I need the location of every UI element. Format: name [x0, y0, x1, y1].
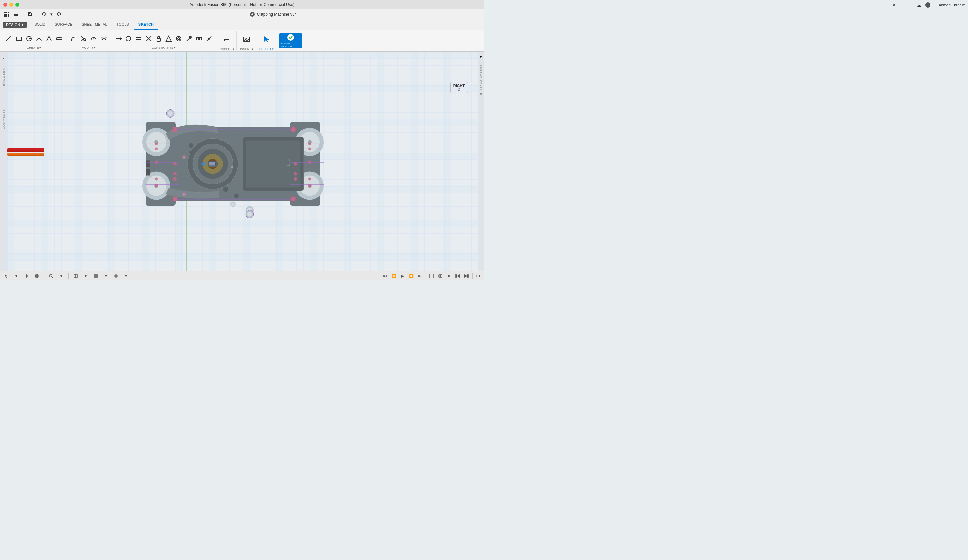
- polygon-tool[interactable]: [45, 34, 54, 43]
- svg-rect-88: [146, 162, 179, 162]
- comments-label: COMMENTS: [2, 109, 5, 129]
- svg-text:⌀: ⌀: [231, 165, 233, 168]
- dropdown-select-button[interactable]: ▾: [13, 272, 20, 280]
- svg-point-117: [247, 212, 252, 217]
- timeline-start-button[interactable]: ⏮: [381, 272, 389, 280]
- svg-point-18: [83, 38, 85, 40]
- browser-label: BROWSER: [2, 68, 5, 86]
- svg-rect-87: [146, 149, 179, 149]
- toolbar-area: ▾ Clapping Machine v3* ✕ + ☁ 1 Ahmed Ebr…: [0, 10, 484, 30]
- browser-toggle[interactable]: ◂: [0, 52, 7, 65]
- parallel-constraint[interactable]: [134, 34, 143, 43]
- svg-rect-4: [6, 14, 7, 15]
- horizontal-constraint[interactable]: [114, 34, 123, 43]
- step-back-button[interactable]: [454, 272, 461, 280]
- circle-constraint[interactable]: [124, 34, 133, 43]
- capture-button[interactable]: [437, 272, 444, 280]
- display-mode-button[interactable]: [72, 272, 79, 280]
- coincident-constraint[interactable]: [184, 34, 194, 43]
- svg-rect-27: [157, 38, 160, 41]
- select-group: SELECT ▾: [257, 31, 276, 50]
- svg-point-113: [182, 192, 186, 196]
- tab-bar: DESIGN ▾ SOLID SURFACE SHEET METAL TOOLS…: [0, 20, 484, 30]
- trim-tool[interactable]: [79, 34, 88, 43]
- timeline-next-button[interactable]: ⏩: [407, 272, 415, 280]
- tab-solid[interactable]: SOLID: [30, 20, 50, 30]
- perpendicular-constraint[interactable]: [144, 34, 153, 43]
- tab-sketch[interactable]: SKETCH: [134, 20, 158, 30]
- insert-image-button[interactable]: [239, 32, 254, 47]
- zoom-dropdown-button[interactable]: ▾: [58, 272, 65, 280]
- timeline-prev-button[interactable]: ⏪: [390, 272, 397, 280]
- tangent-constraint[interactable]: [164, 34, 174, 43]
- grid-icon-button[interactable]: [3, 10, 11, 18]
- create-label: CREATE: [27, 46, 39, 50]
- svg-point-77: [223, 186, 228, 192]
- visual-dropdown-button[interactable]: ▾: [102, 272, 109, 280]
- project-icon: [250, 12, 255, 17]
- grid-button[interactable]: [112, 272, 120, 280]
- tab-sheet-metal[interactable]: SHEET METAL: [77, 20, 111, 30]
- hamburger-menu-button[interactable]: [12, 10, 20, 18]
- minimize-button[interactable]: [9, 3, 13, 7]
- sketch-palette-toggle[interactable]: ▸: [479, 52, 484, 62]
- orbit-button[interactable]: [33, 272, 40, 280]
- canvas[interactable]: ⌀: [7, 52, 478, 271]
- circle-tool[interactable]: [24, 34, 34, 43]
- svg-point-22: [126, 36, 131, 41]
- fillet-tool[interactable]: [69, 34, 78, 43]
- redo-button[interactable]: [55, 10, 63, 18]
- settings-button[interactable]: ⚙: [475, 273, 481, 279]
- rectangle-tool[interactable]: [14, 34, 23, 43]
- offset-tool[interactable]: [89, 34, 98, 43]
- modify-group: MODIFY ▾: [67, 31, 111, 50]
- mirror-tool[interactable]: [99, 34, 109, 43]
- timeline-end-button[interactable]: ⏭: [416, 272, 423, 280]
- inspect-group: INSPECT ▾: [217, 31, 237, 50]
- step-forward-button[interactable]: [463, 272, 470, 280]
- lock-constraint[interactable]: [154, 34, 163, 43]
- svg-rect-125: [94, 274, 98, 278]
- svg-rect-67: [211, 162, 213, 166]
- window-title: Autodesk Fusion 360 (Personal – Not for …: [190, 2, 295, 7]
- pan-button[interactable]: [23, 272, 30, 280]
- grid-dropdown-button[interactable]: ▾: [122, 272, 130, 280]
- save-button[interactable]: [26, 10, 34, 18]
- tab-surface[interactable]: SURFACE: [50, 20, 77, 30]
- svg-point-29: [176, 36, 181, 41]
- svg-rect-51: [146, 160, 149, 167]
- close-button[interactable]: [3, 3, 7, 7]
- history-button[interactable]: [428, 272, 435, 280]
- maximize-button[interactable]: [15, 3, 20, 7]
- inspect-button[interactable]: [219, 32, 234, 47]
- display-dropdown-button[interactable]: ▾: [82, 272, 90, 280]
- undo-dropdown-button[interactable]: ▾: [49, 10, 54, 18]
- right-sidebar: ▸ SKETCH PALETTE: [478, 52, 484, 271]
- svg-rect-40: [244, 37, 250, 42]
- line-tool[interactable]: [4, 34, 13, 43]
- svg-rect-10: [14, 14, 18, 15]
- undo-button[interactable]: [40, 10, 48, 18]
- midpoint-constraint[interactable]: [204, 34, 214, 43]
- svg-rect-33: [196, 37, 198, 40]
- slot-tool[interactable]: [55, 34, 64, 43]
- visual-style-button[interactable]: [92, 272, 99, 280]
- select-button[interactable]: [259, 32, 274, 47]
- tab-tools[interactable]: TOOLS: [112, 20, 134, 30]
- timeline-play-button[interactable]: ▶: [399, 272, 406, 280]
- zoom-fit-button[interactable]: [47, 272, 55, 280]
- equal-constraint[interactable]: [194, 34, 204, 43]
- finish-sketch-button[interactable]: FINISH SKETCH: [279, 33, 303, 48]
- design-dropdown[interactable]: DESIGN ▾: [3, 22, 27, 28]
- svg-point-42: [287, 34, 294, 41]
- ribbon: CREATE ▾: [0, 30, 484, 52]
- arc-tool[interactable]: [34, 34, 44, 43]
- select-mode-button[interactable]: [3, 272, 10, 280]
- svg-point-115: [168, 111, 173, 116]
- inspect-label: INSPECT: [219, 47, 232, 51]
- record-button[interactable]: [445, 272, 453, 280]
- concentric-constraint[interactable]: [174, 34, 184, 43]
- part-container: ⌀: [136, 93, 330, 235]
- svg-marker-141: [464, 275, 467, 277]
- finish-sketch-label: FINISH SKETCH: [281, 42, 300, 48]
